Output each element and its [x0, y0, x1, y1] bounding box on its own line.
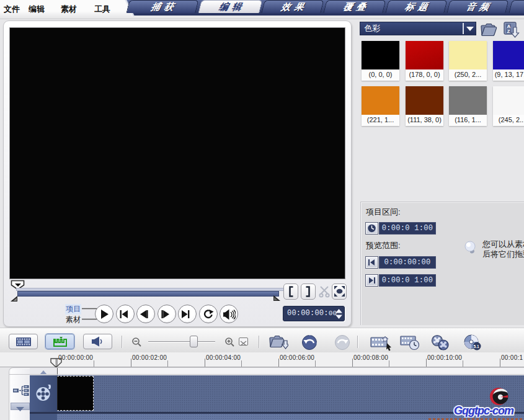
svg-text:Gqgtpc-com: Gqgtpc-com	[454, 404, 514, 417]
svg-text:5.1: 5.1	[474, 344, 479, 349]
svg-text:Z: Z	[507, 29, 510, 34]
